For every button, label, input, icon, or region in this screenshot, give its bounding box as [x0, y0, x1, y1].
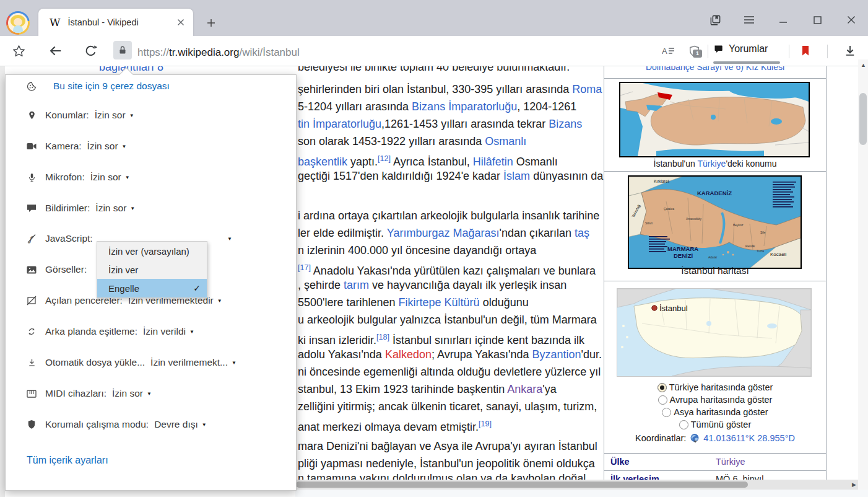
profile-avatar[interactable] — [6, 11, 30, 35]
download-icon[interactable] — [842, 43, 858, 58]
article-text: ki insan izleridir. — [298, 334, 376, 346]
article-link[interactable]: Bizans İmparatorluğu — [412, 100, 517, 113]
istanbul-province-map[interactable]: KARADENİZ MARMARA DENİZİ Kocaeli Kırklar… — [628, 175, 802, 269]
article-link[interactable]: Bizans — [549, 118, 582, 130]
article-line: zelliğini yitirmiş; ancak ülkenin ticare… — [298, 399, 597, 414]
collections-icon[interactable] — [707, 12, 723, 27]
permission-row-camera[interactable]: Kamera: İzin sor ▼ — [27, 139, 126, 154]
article-link[interactable]: tin İmparatorluğu — [298, 118, 381, 130]
permission-row-microphone[interactable]: Mikrofon: İzin sor ▼ — [27, 170, 130, 185]
reference-link[interactable]: [19] — [479, 420, 492, 428]
istanbul-locator-map[interactable]: İstanbul — [617, 288, 812, 377]
article-line: mara Denizi'ni bağlayan ve Asya ile Avru… — [298, 439, 597, 454]
permission-row-automatic-downloads[interactable]: Otomatik dosya yükle... İzin verilmemekt… — [27, 355, 237, 370]
svg-text:DENİZİ: DENİZİ — [674, 252, 693, 259]
close-button[interactable] — [843, 12, 859, 27]
chevron-down-icon: ▼ — [232, 360, 237, 366]
browser-tab[interactable]: W İstanbul - Vikipedi — [38, 9, 193, 36]
permission-row-javascript[interactable]: ƒ JavaScript: ▼ — [27, 231, 98, 246]
country-link[interactable]: Türkiye — [716, 457, 745, 467]
svg-text:KARADENİZ: KARADENİZ — [697, 190, 732, 196]
radio-show-on-asia-map[interactable]: Asya haritasında göster — [604, 406, 826, 418]
chevron-down-icon: ▼ — [130, 206, 135, 211]
reference-link[interactable]: [12] — [378, 154, 391, 163]
article-link[interactable]: Osmanlı — [485, 135, 526, 147]
article-link[interactable]: Türkiye — [697, 159, 726, 169]
article-line: başkentlik yaptı.[12] Ayrıca İstanbul, H… — [298, 151, 558, 169]
minimize-button[interactable] — [775, 12, 791, 27]
permission-row-notifications[interactable]: Bildirimler: İzin sor ▼ — [27, 201, 135, 216]
reader-mode-icon[interactable]: A — [660, 43, 676, 58]
refresh-icon[interactable] — [82, 43, 98, 58]
article-line: , şehirde tarım ve hayvancılığa dayalı i… — [298, 278, 566, 292]
turkey-location-map[interactable] — [619, 82, 810, 157]
article-link[interactable]: Fikirtepe Kültürü — [399, 296, 480, 309]
permission-row-midi[interactable]: MIDI cihazları: İzin sor ▼ — [27, 386, 152, 401]
article-link[interactable]: Byzantion — [532, 348, 581, 361]
url-input[interactable]: https://tr.wikipedia.org/wiki/İstanbul — [137, 46, 300, 59]
maximize-button[interactable] — [809, 12, 825, 27]
article-text: İstanbul sınırları içinde kent bazında i… — [389, 334, 584, 346]
dropdown-option-block[interactable]: Engelle✓ — [97, 279, 207, 297]
radio-show-on-turkey-map[interactable]: Türkiye haritasında göster — [604, 381, 826, 394]
coordinates-link[interactable]: 41.013611°K 28.955°D — [703, 433, 795, 443]
new-tab-button[interactable] — [206, 17, 222, 33]
lock-icon[interactable] — [113, 41, 132, 59]
vertical-scrollbar-thumb[interactable] — [859, 93, 867, 145]
menu-icon[interactable] — [741, 12, 757, 27]
dropdown-option-allow[interactable]: İzin ver — [97, 260, 207, 279]
article-link[interactable]: başkentlik — [298, 156, 347, 168]
article-link[interactable]: İslam — [503, 170, 530, 182]
article-link[interactable]: Hilâfetin — [473, 156, 513, 168]
svg-text:Kocaeli: Kocaeli — [770, 252, 786, 257]
article-link[interactable]: Yarımburgaz Mağarası — [387, 227, 500, 239]
protected-mode-shield-icon — [27, 420, 37, 429]
article-text: u arkeolojik bulgular yalnızca İstanbul'… — [298, 314, 597, 326]
radio-show-on-europe-map[interactable]: Avrupa haritasında göster — [604, 394, 826, 406]
location-icon — [27, 110, 37, 120]
browser-toolbar: https://tr.wikipedia.org/wiki/İstanbul A… — [0, 36, 868, 66]
radio-icon — [679, 420, 688, 429]
article-text: geçtiği 1517'den kaldırıldığı 1924'e kad… — [298, 170, 503, 182]
permission-row-location[interactable]: Konumlar: İzin sor ▼ — [27, 108, 134, 123]
site-permissions-panel: Bu site için 9 çerez dosyası Konumlar: İ… — [5, 74, 297, 491]
article-link[interactable]: taş — [575, 227, 589, 239]
article-text: 5500'lere tarihlenen — [298, 296, 399, 309]
permission-row-background-sync[interactable]: Arka planda eşitleme: İzin verildi ▼ — [27, 324, 194, 339]
checkmark-icon: ✓ — [193, 283, 201, 293]
wikipedia-favicon: W — [50, 16, 60, 29]
article-text: stanbul, 13 Ekim 1923 tarihinde başkenti… — [298, 383, 507, 395]
vertical-scrollbar[interactable]: ▲ — [858, 59, 868, 497]
article-text: , 1204-1261 — [517, 100, 576, 113]
permission-row-protected-mode[interactable]: Korumalı çalışma modu: Devre dışı ▼ — [27, 417, 207, 432]
comments-button[interactable]: Yorumlar — [713, 43, 768, 55]
tab-close-icon[interactable] — [177, 19, 184, 26]
bottom-strip — [295, 490, 868, 497]
svg-text:Pendik: Pendik — [745, 244, 755, 248]
article-link[interactable]: Kalkedon — [385, 348, 432, 361]
cookies-link[interactable]: Bu site için 9 çerez dosyası — [27, 79, 170, 94]
article-line: geçtiği 1517'den kaldırıldığı 1924'e kad… — [298, 169, 603, 183]
radio-show-all[interactable]: Tümünü göster — [604, 418, 826, 431]
scroll-up-icon[interactable]: ▲ — [861, 62, 866, 68]
permission-row-images[interactable]: Görseller: — [27, 262, 92, 277]
article-link[interactable]: Roma — [572, 83, 602, 95]
article-link[interactable]: Ankara — [507, 383, 542, 395]
chevron-down-icon: ▼ — [122, 144, 127, 149]
reference-link[interactable]: [18] — [376, 333, 389, 341]
favorites-star-icon[interactable] — [11, 43, 27, 58]
back-icon[interactable] — [48, 43, 64, 58]
horizontal-scrollbar-thumb[interactable] — [296, 482, 748, 488]
dropdown-option-allow-default[interactable]: İzin ver (varsayılan) — [97, 242, 207, 260]
page-left-strip — [0, 59, 5, 497]
all-content-settings-link[interactable]: Tüm içerik ayarları — [27, 455, 108, 466]
reference-link[interactable]: [17] — [298, 263, 311, 272]
scroll-right-icon[interactable]: ▶ — [852, 482, 856, 488]
article-link[interactable]: tarım — [344, 279, 369, 291]
article-line: stanbul, 13 Ekim 1923 tarihinde başkenti… — [298, 382, 557, 397]
horizontal-scrollbar[interactable]: ▶ — [295, 480, 858, 490]
favorite-added-ribbon-icon[interactable] — [797, 43, 814, 58]
article-text: dünyasının da — [530, 170, 603, 182]
tab-title: İstanbul - Vikipedi — [67, 17, 168, 27]
article-line: 5500'lere tarihlenen Fikirtepe Kültürü o… — [298, 295, 529, 310]
